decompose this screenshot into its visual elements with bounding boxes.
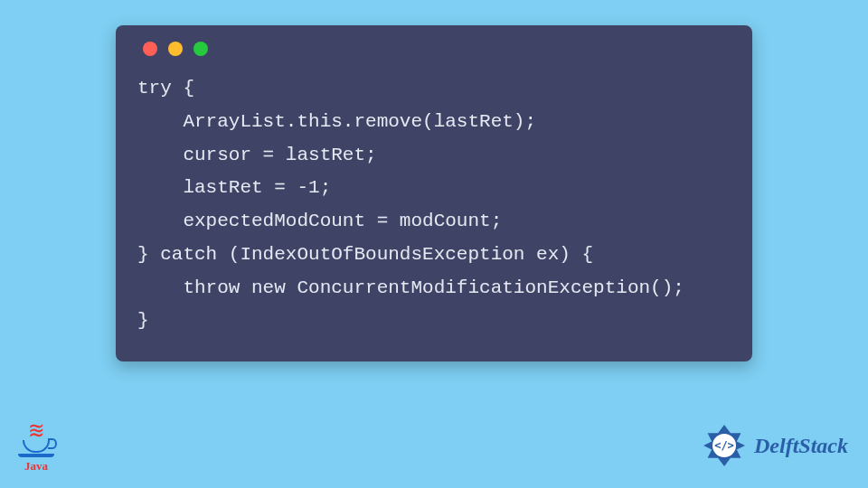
java-saucer-icon [18,454,54,457]
java-logo-label: Java [16,459,56,474]
code-block: try { ArrayList.this.remove(lastRet); cu… [137,72,731,338]
delftstack-emblem-icon: </> [700,421,749,470]
delftstack-logo: </> DelftStack [700,421,848,470]
delftstack-logo-label: DelftStack [754,434,848,458]
close-icon [143,42,157,56]
java-steam-icon: ≋ [19,422,52,438]
code-window: try { ArrayList.this.remove(lastRet); cu… [116,25,752,361]
java-logo: ≋ Java [16,422,56,474]
maximize-icon [193,42,208,56]
traffic-lights [143,42,731,56]
java-cup-icon [23,440,50,453]
minimize-icon [168,42,183,56]
code-brackets-icon: </> [712,434,736,457]
